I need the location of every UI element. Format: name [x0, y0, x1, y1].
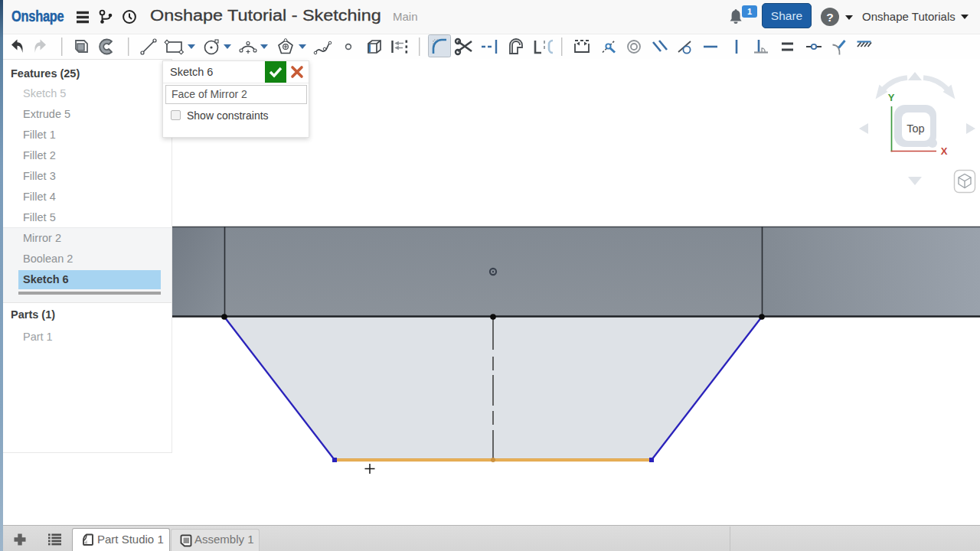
svg-text:X: X — [941, 145, 948, 157]
svg-text:?: ? — [826, 11, 833, 24]
svg-text:Top: Top — [906, 122, 924, 135]
svg-text:Y: Y — [888, 92, 895, 103]
